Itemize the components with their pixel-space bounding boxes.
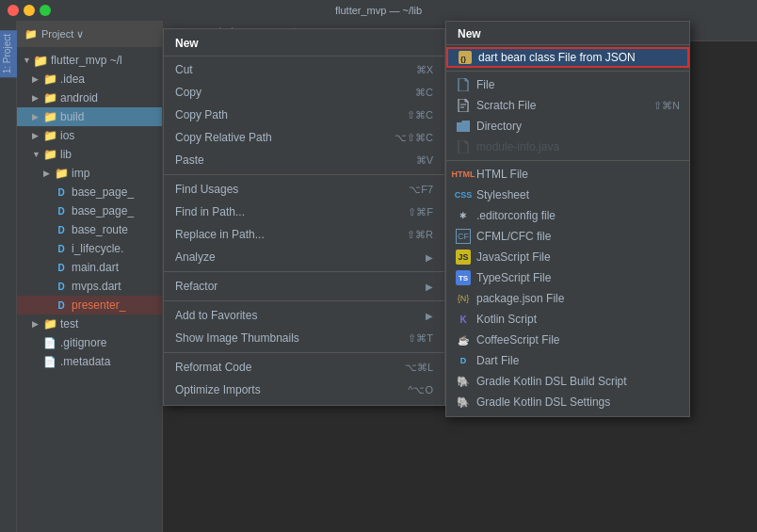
menu-item-optimize-imports[interactable]: Optimize Imports ^⌥O	[164, 379, 444, 401]
submenu-item-dart[interactable]: D Dart File	[446, 350, 689, 371]
menu-item-find-usages[interactable]: Find Usages ⌥F7	[164, 178, 444, 201]
menu-item-add-favorites[interactable]: Add to Favorites ▶	[164, 304, 444, 327]
submenu-item-javascript[interactable]: JS JavaScript File	[446, 247, 689, 267]
folder-icon: 📁	[43, 317, 56, 330]
menu-item-copy-path[interactable]: Copy Path ⇧⌘C	[164, 104, 444, 126]
submenu-item-stylesheet[interactable]: CSS Stylesheet	[446, 185, 689, 205]
tree-item-ios[interactable]: ▶ 📁 ios	[17, 126, 162, 145]
chevron-icon: ▼	[23, 56, 32, 65]
submenu-item-cfml-label: CFML/CFC file	[476, 230, 680, 243]
typescript-icon: TS	[456, 270, 471, 285]
menu-item-optimize-imports-shortcut: ^⌥O	[408, 384, 433, 396]
tree-item-i-lifecycle[interactable]: ▶ D i_lifecycle.	[17, 239, 162, 258]
tree-item-idea[interactable]: ▶ 📁 .idea	[17, 70, 162, 89]
tree-item-main-dart[interactable]: ▶ D main.dart	[17, 258, 162, 277]
new-submenu: New {} dart bean class File from JSON Fi…	[445, 21, 690, 417]
menu-item-copy-label: Copy	[175, 86, 396, 99]
folder-icon: 📁	[43, 129, 56, 142]
menu-item-add-favorites-label: Add to Favorites	[175, 309, 422, 322]
package-json-icon: {N}	[456, 291, 471, 306]
tree-item-imp[interactable]: ▶ 📁 imp	[17, 164, 162, 183]
submenu-item-file-label: File	[476, 78, 680, 91]
tree-item-presenter[interactable]: ▶ D presenter_	[17, 296, 162, 314]
tree-item-gitignore[interactable]: ▶ 📄 .gitignore	[17, 333, 162, 352]
menu-item-find-in-path[interactable]: Find in Path... ⇧⌘F	[164, 201, 444, 223]
menu-item-analyze[interactable]: Analyze ▶	[164, 246, 444, 268]
menu-item-reformat-shortcut: ⌥⌘L	[405, 362, 433, 374]
submenu-arrow-icon: ▶	[426, 311, 433, 321]
tree-item-label: imp	[72, 167, 89, 180]
tree-item-label: ios	[60, 129, 74, 142]
menu-item-reformat[interactable]: Reformat Code ⌥⌘L	[164, 356, 444, 379]
submenu-item-kotlin[interactable]: K Kotlin Script	[446, 309, 689, 330]
tree-item-test[interactable]: ▶ 📁 test	[17, 314, 162, 333]
tree-item-build[interactable]: ▶ 📁 build	[17, 107, 162, 126]
menu-item-copy[interactable]: Copy ⌘C	[164, 81, 444, 104]
minimize-button[interactable]	[24, 5, 35, 16]
folder-icon: 📁	[24, 28, 38, 40]
menu-item-paste-shortcut: ⌘V	[416, 154, 433, 167]
submenu-item-html[interactable]: HTML HTML File	[446, 164, 689, 185]
context-menu-header: New	[164, 33, 444, 56]
menu-separator-4	[164, 352, 444, 353]
tree-item-base-route[interactable]: ▶ D base_route	[17, 220, 162, 239]
menu-item-copy-relative-path[interactable]: Copy Relative Path ⌥⇧⌘C	[164, 126, 444, 149]
submenu-item-directory[interactable]: Directory	[446, 116, 689, 137]
menu-item-copy-path-shortcut: ⇧⌘C	[407, 109, 433, 121]
submenu-item-scratch-shortcut: ⇧⌘N	[653, 100, 680, 112]
dart-icon: D	[55, 298, 68, 312]
tree-item-root[interactable]: ▼ 📁 flutter_mvp ~/l	[17, 51, 162, 70]
menu-item-refactor[interactable]: Refactor ▶	[164, 275, 444, 298]
chevron-icon: ▶	[43, 169, 53, 178]
tree-item-metadata[interactable]: ▶ 📄 .metadata	[17, 352, 162, 371]
dart-icon: D	[55, 185, 68, 199]
chevron-icon: ▶	[32, 74, 41, 84]
context-menu: New Cut ⌘X Copy ⌘C Copy Path ⇧⌘C Copy Re…	[163, 28, 445, 406]
submenu-separator-1	[446, 71, 689, 72]
submenu-item-pkg-json[interactable]: {N} package.json File	[446, 288, 689, 309]
menu-item-replace-in-path[interactable]: Replace in Path... ⇧⌘R	[164, 223, 444, 246]
dart-file-icon: D	[456, 353, 471, 368]
menu-item-show-thumbnails-shortcut: ⇧⌘T	[408, 332, 433, 345]
menu-item-show-thumbnails[interactable]: Show Image Thumbnails ⇧⌘T	[164, 327, 444, 349]
file-icon: 📄	[43, 355, 56, 368]
submenu-item-gradle-dsl[interactable]: 🐘 Gradle Kotlin DSL Build Script	[446, 371, 689, 392]
close-button[interactable]	[8, 5, 19, 16]
chevron-icon: ▶	[32, 112, 41, 121]
kotlin-icon: K	[456, 312, 471, 327]
submenu-item-gradle-dsl-label: Gradle Kotlin DSL Build Script	[476, 375, 680, 388]
menu-item-paste[interactable]: Paste ⌘V	[164, 149, 444, 171]
folder-icon: 📁	[55, 167, 68, 180]
maximize-button[interactable]	[40, 5, 51, 16]
submenu-item-coffeescript[interactable]: ☕ CoffeeScript File	[446, 330, 689, 350]
chevron-icon: ▶	[32, 93, 41, 103]
tree-item-base-page1[interactable]: ▶ D base_page_	[17, 183, 162, 202]
tree-item-lib[interactable]: ▼ 📁 lib	[17, 145, 162, 164]
submenu-item-html-label: HTML File	[476, 168, 680, 181]
submenu-item-cfml[interactable]: CF CFML/CFC file	[446, 226, 689, 247]
tree-item-label: flutter_mvp ~/l	[51, 54, 122, 67]
submenu-arrow-icon: ▶	[426, 252, 433, 263]
submenu-item-typescript[interactable]: TS TypeScript File	[446, 267, 689, 288]
project-header[interactable]: 📁 Project ∨	[17, 21, 162, 47]
tree-item-android[interactable]: ▶ 📁 android	[17, 89, 162, 107]
project-tab[interactable]: 1: Project	[0, 30, 17, 77]
menu-item-find-usages-shortcut: ⌥F7	[409, 184, 433, 196]
tree-item-label: lib	[60, 148, 72, 161]
submenu-item-dart-bean-label: dart bean class File from JSON	[478, 51, 678, 64]
submenu-item-editorconfig[interactable]: ✱ .editorconfig file	[446, 205, 689, 226]
submenu-item-gradle-settings[interactable]: 🐘 Gradle Kotlin DSL Settings	[446, 392, 689, 412]
html-icon: HTML	[456, 167, 471, 182]
submenu-item-dart-bean[interactable]: {} dart bean class File from JSON	[446, 47, 689, 68]
tree-item-label: .metadata	[60, 355, 110, 368]
tree-item-mvps-dart[interactable]: ▶ D mvps.dart	[17, 277, 162, 296]
submenu-item-file[interactable]: File	[446, 74, 689, 95]
chevron-icon: ▶	[32, 131, 41, 140]
project-tree: ▼ 📁 flutter_mvp ~/l ▶ 📁 .idea ▶ 📁 androi…	[17, 47, 162, 375]
menu-separator-1	[164, 174, 444, 175]
folder-icon: 📁	[43, 73, 56, 86]
menu-item-analyze-label: Analyze	[175, 250, 422, 264]
menu-item-cut[interactable]: Cut ⌘X	[164, 58, 444, 81]
tree-item-base-page2[interactable]: ▶ D base_page_	[17, 202, 162, 220]
submenu-item-scratch[interactable]: Scratch File ⇧⌘N	[446, 95, 689, 116]
